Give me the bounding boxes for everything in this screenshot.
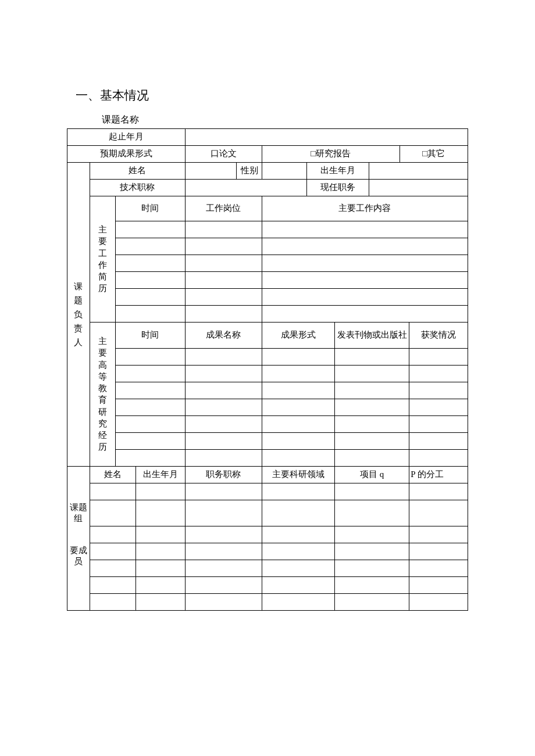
label-m-division: P 的分工: [409, 467, 468, 483]
m-birth-1: [135, 483, 185, 500]
wh-content-3: [262, 255, 468, 272]
label-edu-result-name: 成果名称: [185, 323, 262, 349]
wh-time-3: [116, 255, 185, 272]
m-birth-7: [135, 594, 185, 611]
row-work-2: [67, 238, 468, 255]
label-m-name: 姓名: [90, 467, 135, 483]
edu-award-1: [409, 349, 468, 366]
m-name-4: [90, 543, 135, 560]
m-div-1: [409, 483, 468, 500]
row-member-6: [67, 577, 468, 594]
wh-post-5: [185, 289, 262, 306]
edu-time-1: [116, 349, 185, 366]
label-wh-post: 工作岗位: [185, 196, 262, 221]
edu-award-5: [409, 416, 468, 433]
row-member-5: [67, 560, 468, 577]
row-work-3: [67, 255, 468, 272]
edu-time-7: [116, 450, 185, 467]
wh-post-4: [185, 272, 262, 289]
label-current-post: 现任职务: [306, 180, 369, 196]
m-birth-5: [135, 560, 185, 577]
m-post-6: [185, 577, 262, 594]
m-area-3: [262, 526, 334, 543]
edu-form-6: [262, 433, 334, 450]
row-member-2: 课题组: [67, 500, 468, 526]
m-area-7: [262, 594, 334, 611]
m-post-3: [185, 526, 262, 543]
m-div-6: [409, 577, 468, 594]
m-area-2: [262, 500, 334, 526]
edu-pub-4: [335, 399, 409, 416]
wh-content-6: [262, 306, 468, 323]
row-name: 课题负责人 姓名 性别 出生年月: [67, 163, 468, 180]
label-members-cell-1: [67, 483, 90, 500]
m-proj-6: [335, 577, 409, 594]
label-work-history: 主要工作简历: [90, 196, 116, 323]
m-name-2: [90, 500, 135, 526]
m-proj-1: [335, 483, 409, 500]
wh-time-5: [116, 289, 185, 306]
wh-post-6: [185, 306, 262, 323]
m-div-4: [409, 543, 468, 560]
label-m-area: 主要科研领域: [262, 467, 334, 483]
edu-award-6: [409, 433, 468, 450]
edu-pub-2: [335, 366, 409, 382]
edu-award-4: [409, 399, 468, 416]
checkbox-other[interactable]: □其它: [400, 146, 468, 163]
row-edu-6: [67, 433, 468, 450]
row-edu-header: 主要高等教育研究经历 时间 成果名称 成果形式 发表刊物或出版社 获奖情况: [67, 323, 468, 349]
label-wh-time: 时间: [116, 196, 185, 221]
wh-content-2: [262, 238, 468, 255]
m-proj-3: [335, 526, 409, 543]
row-edu-5: [67, 416, 468, 433]
m-name-5: [90, 560, 135, 577]
row-member-1: [67, 483, 468, 500]
m-post-4: [185, 543, 262, 560]
label-members-bottom: [67, 594, 90, 611]
m-div-2: [409, 500, 468, 526]
row-period: 起止年月: [67, 129, 468, 146]
page-container: 一、基本情况 课题名称 起止年月 预期成果形式: [0, 0, 535, 611]
edu-name-2: [185, 366, 262, 382]
label-members-gap: [67, 526, 90, 543]
value-birth: [369, 163, 468, 180]
edu-time-3: [116, 382, 185, 399]
row-work-4: [67, 272, 468, 289]
edu-name-3: [185, 382, 262, 399]
checkbox-paper[interactable]: 口论文: [185, 146, 262, 163]
edu-form-4: [262, 399, 334, 416]
edu-form-3: [262, 382, 334, 399]
edu-pub-3: [335, 382, 409, 399]
value-gender: [262, 163, 306, 180]
m-area-6: [262, 577, 334, 594]
edu-name-7: [185, 450, 262, 467]
m-birth-2: [135, 500, 185, 526]
m-name-6: [90, 577, 135, 594]
label-gender: 性别: [237, 163, 262, 180]
form-table: 起止年月 预期成果形式 口论文 □研究报告 □其它 课题负责人 姓名 性别 出生…: [67, 128, 468, 611]
row-expected-form: 预期成果形式 口论文 □研究报告 □其它: [67, 146, 468, 163]
label-edu-research: 主要高等教育研究经历: [90, 323, 116, 467]
label-name: 姓名: [90, 163, 185, 180]
m-name-1: [90, 483, 135, 500]
label-members-top: [67, 467, 90, 483]
checkbox-report[interactable]: □研究报告: [262, 146, 400, 163]
value-tech-title: [185, 180, 306, 196]
wh-time-1: [116, 221, 185, 238]
wh-content-4: [262, 272, 468, 289]
m-post-5: [185, 560, 262, 577]
edu-form-2: [262, 366, 334, 382]
row-work-header: 主要工作简历 时间 工作岗位 主要工作内容: [67, 196, 468, 221]
edu-form-7: [262, 450, 334, 467]
edu-name-6: [185, 433, 262, 450]
value-period: [185, 129, 468, 146]
m-area-5: [262, 560, 334, 577]
edu-award-7: [409, 450, 468, 467]
edu-award-2: [409, 366, 468, 382]
edu-name-5: [185, 416, 262, 433]
m-area-4: [262, 543, 334, 560]
label-members-blank1: [67, 577, 90, 594]
label-tech-title: 技术职称: [90, 180, 185, 196]
row-member-4: 要成员: [67, 543, 468, 560]
wh-content-5: [262, 289, 468, 306]
